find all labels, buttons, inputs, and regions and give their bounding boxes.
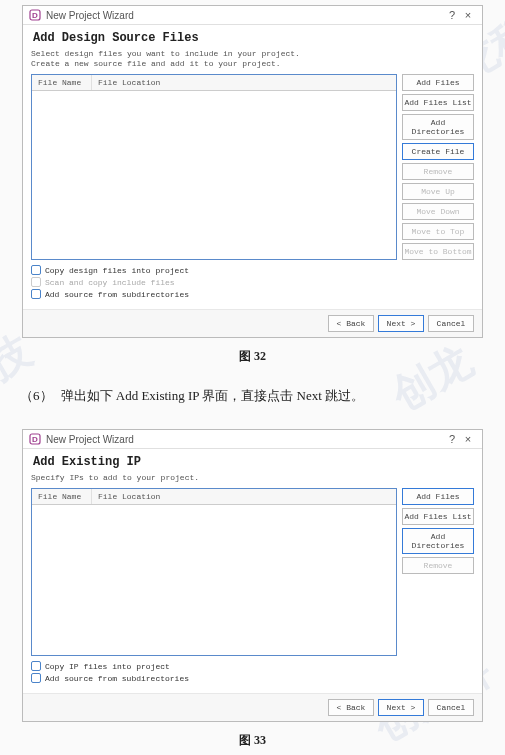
footer-bar: < Back Next > Cancel <box>23 693 482 721</box>
titlebar: D New Project Wizard ? × <box>23 430 482 449</box>
back-button[interactable]: < Back <box>328 315 374 332</box>
subtext: Specify IPs to add to your project. <box>31 473 474 483</box>
move-bottom-button: Move to Bottom <box>402 243 474 260</box>
help-button[interactable]: ? <box>444 433 460 445</box>
file-table[interactable]: File Name File Location <box>31 488 397 656</box>
back-button[interactable]: < Back <box>328 699 374 716</box>
wizard-dialog-design-sources: D New Project Wizard ? × Add Design Sour… <box>22 5 483 338</box>
copy-files-checkbox[interactable]: Copy design files into project <box>31 265 474 275</box>
checkbox-icon <box>31 277 41 287</box>
table-header: File Name File Location <box>32 75 396 91</box>
cancel-button[interactable]: Cancel <box>428 699 474 716</box>
add-subdirs-checkbox[interactable]: Add source from subdirectories <box>31 289 474 299</box>
side-buttons: Add Files Add Files List Add Directories… <box>402 488 474 656</box>
checkbox-icon <box>31 289 41 299</box>
step-paragraph: （6）弹出如下 Add Existing IP 界面，直接点击 Next 跳过。 <box>20 387 485 405</box>
step-text: 弹出如下 Add Existing IP 界面，直接点击 Next 跳过。 <box>61 388 365 403</box>
add-subdirs-checkbox[interactable]: Add source from subdirectories <box>31 673 474 683</box>
close-button[interactable]: × <box>460 433 476 445</box>
checkbox-icon <box>31 661 41 671</box>
app-icon: D <box>29 433 41 445</box>
cancel-button[interactable]: Cancel <box>428 315 474 332</box>
side-buttons: Add Files Add Files List Add Directories… <box>402 74 474 260</box>
checkbox-icon <box>31 673 41 683</box>
remove-button: Remove <box>402 163 474 180</box>
next-button[interactable]: Next > <box>378 699 424 716</box>
scan-include-checkbox: Scan and copy include files <box>31 277 474 287</box>
window-title: New Project Wizard <box>46 434 444 445</box>
next-button[interactable]: Next > <box>378 315 424 332</box>
move-up-button: Move Up <box>402 183 474 200</box>
footer-bar: < Back Next > Cancel <box>23 309 482 337</box>
remove-button: Remove <box>402 557 474 574</box>
figure-caption-33: 图 33 <box>0 732 505 749</box>
subtext: Select design files you want to include … <box>31 49 474 69</box>
wizard-dialog-existing-ip: D New Project Wizard ? × Add Existing IP… <box>22 429 483 722</box>
col-file-location: File Location <box>92 489 396 504</box>
col-file-name: File Name <box>32 75 92 90</box>
app-icon: D <box>29 9 41 21</box>
col-file-name: File Name <box>32 489 92 504</box>
titlebar: D New Project Wizard ? × <box>23 6 482 25</box>
help-button[interactable]: ? <box>444 9 460 21</box>
copy-ip-checkbox[interactable]: Copy IP files into project <box>31 661 474 671</box>
file-table[interactable]: File Name File Location <box>31 74 397 260</box>
figure-caption-32: 图 32 <box>0 348 505 365</box>
add-files-list-button[interactable]: Add Files List <box>402 94 474 111</box>
add-files-button[interactable]: Add Files <box>402 488 474 505</box>
table-header: File Name File Location <box>32 489 396 505</box>
table-body <box>32 91 396 246</box>
add-files-button[interactable]: Add Files <box>402 74 474 91</box>
svg-text:D: D <box>32 11 38 20</box>
create-file-button[interactable]: Create File <box>402 143 474 160</box>
move-down-button: Move Down <box>402 203 474 220</box>
close-button[interactable]: × <box>460 9 476 21</box>
col-file-location: File Location <box>92 75 396 90</box>
step-number: （6） <box>20 388 53 403</box>
window-title: New Project Wizard <box>46 10 444 21</box>
page-heading: Add Existing IP <box>23 449 482 471</box>
add-directories-button[interactable]: Add Directories <box>402 114 474 140</box>
table-body <box>32 505 396 655</box>
move-top-button: Move to Top <box>402 223 474 240</box>
add-files-list-button[interactable]: Add Files List <box>402 508 474 525</box>
svg-text:D: D <box>32 435 38 444</box>
checkbox-icon <box>31 265 41 275</box>
add-directories-button[interactable]: Add Directories <box>402 528 474 554</box>
page-heading: Add Design Source Files <box>23 25 482 47</box>
